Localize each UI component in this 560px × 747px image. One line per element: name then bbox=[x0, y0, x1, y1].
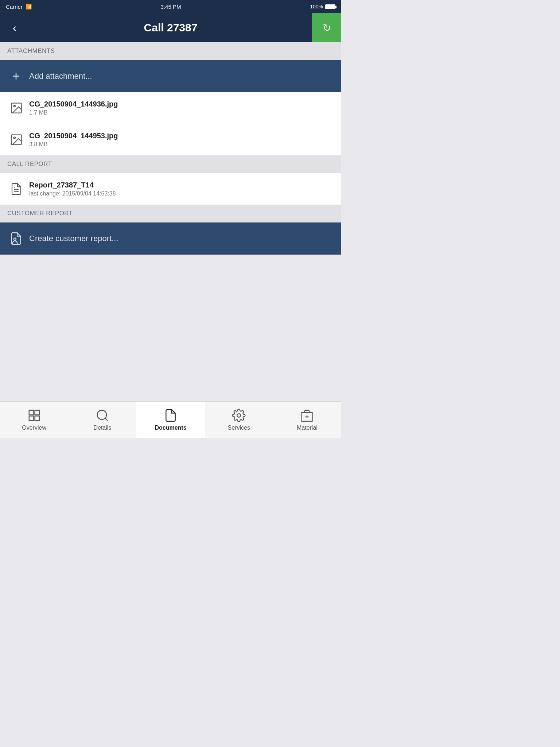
call-report-section-header: CALL REPORT bbox=[0, 155, 341, 173]
call-report-date: last change: 2015/09/04 14:53:38 bbox=[29, 190, 334, 197]
carrier-text: Carrier bbox=[6, 4, 23, 10]
attachment-2-text: CG_20150904_144953.jpg 3.8 MB bbox=[29, 132, 334, 148]
tab-services-label: Services bbox=[228, 425, 250, 431]
add-attachment-label: Add attachment... bbox=[29, 71, 92, 81]
call-report-item[interactable]: Report_27387_T14 last change: 2015/09/04… bbox=[0, 173, 341, 205]
documents-icon bbox=[164, 409, 178, 422]
attachment-2-size: 3.8 MB bbox=[29, 141, 334, 148]
status-bar-left: Carrier 📶 bbox=[6, 4, 32, 10]
attachment-1-size: 1.7 MB bbox=[29, 109, 334, 116]
svg-rect-7 bbox=[29, 410, 34, 415]
call-report-name: Report_27387_T14 bbox=[29, 181, 334, 189]
call-report-text: Report_27387_T14 last change: 2015/09/04… bbox=[29, 181, 334, 197]
tab-overview[interactable]: Overview bbox=[0, 402, 68, 438]
attachment-1-text: CG_20150904_144936.jpg 1.7 MB bbox=[29, 100, 334, 116]
svg-point-1 bbox=[14, 105, 16, 107]
document-svg bbox=[10, 182, 23, 196]
image-svg-1 bbox=[10, 101, 23, 115]
tab-material-label: Material bbox=[297, 425, 318, 431]
customer-report-svg bbox=[9, 232, 23, 245]
svg-rect-8 bbox=[35, 410, 39, 415]
add-attachment-button[interactable]: + Add attachment... bbox=[0, 60, 341, 92]
svg-point-6 bbox=[14, 238, 16, 240]
details-icon bbox=[96, 409, 109, 422]
image-icon-1 bbox=[7, 99, 26, 117]
tab-documents-label: Documents bbox=[155, 425, 186, 431]
attachment-1-name: CG_20150904_144936.jpg bbox=[29, 100, 334, 108]
document-icon bbox=[7, 180, 26, 198]
material-icon bbox=[300, 409, 314, 422]
svg-rect-9 bbox=[29, 416, 34, 421]
svg-line-12 bbox=[105, 418, 108, 421]
image-svg-2 bbox=[10, 133, 23, 146]
status-bar-right: 100% bbox=[310, 4, 335, 9]
tab-bar: Overview Details Documents Services bbox=[0, 401, 341, 438]
customer-report-icon bbox=[8, 231, 24, 247]
tab-details[interactable]: Details bbox=[68, 402, 136, 438]
tab-overview-label: Overview bbox=[22, 425, 46, 431]
status-bar: Carrier 📶 3:45 PM 100% bbox=[0, 0, 341, 13]
create-customer-report-label: Create customer report... bbox=[29, 234, 118, 243]
header: ‹ Call 27387 ↻ bbox=[0, 13, 341, 42]
refresh-button[interactable]: ↻ bbox=[312, 13, 341, 42]
refresh-icon: ↻ bbox=[323, 22, 331, 34]
attachment-item-2[interactable]: CG_20150904_144953.jpg 3.8 MB bbox=[0, 124, 341, 155]
content-area: ATTACHMENTS + Add attachment... CG_20150… bbox=[0, 42, 341, 401]
back-icon: ‹ bbox=[13, 21, 17, 35]
create-customer-report-button[interactable]: Create customer report... bbox=[0, 222, 341, 255]
tab-details-label: Details bbox=[93, 425, 111, 431]
plus-icon: + bbox=[8, 68, 24, 84]
svg-point-3 bbox=[14, 137, 16, 139]
overview-icon bbox=[27, 409, 41, 422]
attachments-list: CG_20150904_144936.jpg 1.7 MB CG_2015090… bbox=[0, 92, 341, 155]
call-report-list: Report_27387_T14 last change: 2015/09/04… bbox=[0, 173, 341, 205]
tab-services[interactable]: Services bbox=[205, 402, 273, 438]
attachments-section-header: ATTACHMENTS bbox=[0, 42, 341, 60]
attachment-item-1[interactable]: CG_20150904_144936.jpg 1.7 MB bbox=[0, 92, 341, 124]
svg-point-11 bbox=[97, 410, 106, 419]
svg-rect-10 bbox=[35, 416, 39, 421]
attachment-2-name: CG_20150904_144953.jpg bbox=[29, 132, 334, 140]
battery-icon bbox=[325, 4, 335, 9]
tab-documents[interactable]: Documents bbox=[136, 402, 205, 438]
back-button[interactable]: ‹ bbox=[0, 13, 29, 42]
content-spacer bbox=[0, 255, 341, 328]
tab-material[interactable]: Material bbox=[273, 402, 341, 438]
services-icon bbox=[232, 409, 246, 422]
customer-report-section-header: CUSTOMER REPORT bbox=[0, 205, 341, 222]
page-title: Call 27387 bbox=[29, 22, 312, 34]
svg-point-13 bbox=[237, 414, 241, 417]
wifi-icon: 📶 bbox=[26, 4, 32, 9]
status-bar-time: 3:45 PM bbox=[161, 4, 181, 10]
image-icon-2 bbox=[7, 131, 26, 149]
battery-text: 100% bbox=[310, 4, 323, 9]
